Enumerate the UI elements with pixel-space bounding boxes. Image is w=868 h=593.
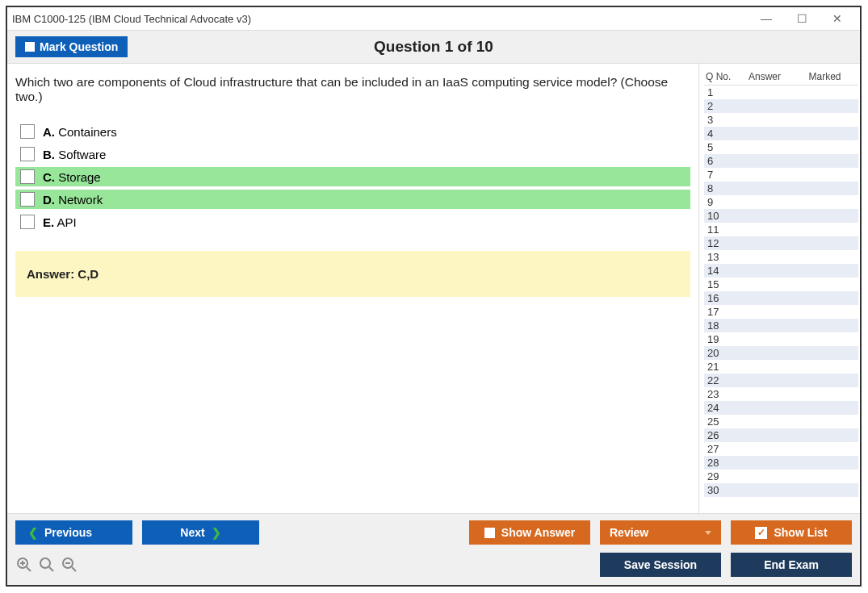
option-e[interactable]: E. API bbox=[15, 212, 690, 232]
zoom-in-icon[interactable] bbox=[15, 556, 33, 574]
question-list-row[interactable]: 8 bbox=[704, 182, 858, 195]
question-list-row[interactable]: 2 bbox=[704, 99, 858, 113]
question-list-row[interactable]: 4 bbox=[704, 127, 858, 140]
zoom-controls bbox=[15, 556, 78, 574]
option-checkbox[interactable] bbox=[20, 147, 35, 161]
question-list-row[interactable]: 14 bbox=[704, 264, 858, 278]
option-c[interactable]: C. Storage bbox=[15, 167, 690, 186]
question-list-row[interactable]: 25 bbox=[704, 415, 858, 428]
show-answer-label: Show Answer bbox=[501, 526, 575, 539]
question-list-row[interactable]: 5 bbox=[704, 140, 858, 154]
window-controls: — ☐ ✕ bbox=[748, 7, 855, 30]
mark-question-button[interactable]: Mark Question bbox=[15, 36, 128, 57]
row-qno: 25 bbox=[707, 416, 738, 428]
save-session-label: Save Session bbox=[624, 558, 697, 571]
question-list-row[interactable]: 26 bbox=[704, 428, 858, 442]
option-label: A. Containers bbox=[43, 125, 117, 139]
next-button[interactable]: Next ❯ bbox=[142, 520, 259, 545]
maximize-icon[interactable]: ☐ bbox=[784, 7, 820, 30]
question-list-row[interactable]: 24 bbox=[704, 401, 858, 415]
checkbox-checked-icon: ✓ bbox=[755, 527, 767, 539]
checkbox-icon bbox=[25, 42, 35, 52]
header-marked: Marked bbox=[793, 71, 857, 82]
row-qno: 8 bbox=[707, 182, 738, 194]
row-qno: 24 bbox=[707, 402, 738, 414]
row-qno: 23 bbox=[707, 388, 738, 400]
row-qno: 16 bbox=[707, 292, 738, 304]
row-qno: 4 bbox=[707, 127, 738, 140]
row-qno: 11 bbox=[707, 223, 738, 236]
end-exam-button[interactable]: End Exam bbox=[731, 553, 852, 577]
option-b[interactable]: B. Software bbox=[15, 144, 690, 164]
chevron-right-icon: ❯ bbox=[212, 526, 221, 539]
chevron-down-icon bbox=[705, 531, 711, 535]
question-list-row[interactable]: 15 bbox=[704, 278, 858, 291]
question-list-row[interactable]: 28 bbox=[704, 456, 858, 470]
option-checkbox[interactable] bbox=[20, 215, 35, 229]
previous-button[interactable]: ❮ Previous bbox=[15, 520, 132, 545]
question-list-row[interactable]: 10 bbox=[704, 209, 858, 223]
row-qno: 18 bbox=[707, 319, 738, 332]
row-qno: 28 bbox=[707, 457, 738, 469]
row-qno: 27 bbox=[707, 443, 738, 455]
question-list-row[interactable]: 18 bbox=[704, 319, 858, 332]
show-answer-button[interactable]: Show Answer bbox=[469, 520, 590, 545]
end-exam-label: End Exam bbox=[764, 558, 819, 571]
question-list-row[interactable]: 27 bbox=[704, 442, 858, 456]
row-qno: 1 bbox=[707, 86, 738, 98]
question-pane: Which two are components of Cloud infras… bbox=[7, 64, 698, 513]
footer-row-buttons: ❮ Previous Next ❯ Show Answer Review ✓ S… bbox=[15, 520, 852, 545]
option-checkbox[interactable] bbox=[20, 124, 35, 139]
question-list-row[interactable]: 16 bbox=[704, 291, 858, 305]
question-list-row[interactable]: 11 bbox=[704, 223, 858, 236]
mark-question-label: Mark Question bbox=[40, 40, 118, 53]
question-list-row[interactable]: 19 bbox=[704, 332, 858, 346]
question-list-row[interactable]: 1 bbox=[704, 86, 858, 99]
next-label: Next bbox=[180, 526, 204, 539]
row-qno: 22 bbox=[707, 374, 738, 386]
question-list-row[interactable]: 22 bbox=[704, 374, 858, 387]
minimize-icon[interactable]: — bbox=[748, 7, 784, 30]
question-list-row[interactable]: 29 bbox=[704, 470, 858, 483]
option-label: B. Software bbox=[43, 148, 106, 161]
window-title: IBM C1000-125 (IBM Cloud Technical Advoc… bbox=[12, 13, 748, 25]
row-qno: 9 bbox=[707, 196, 738, 208]
question-list-row[interactable]: 12 bbox=[704, 236, 858, 250]
answer-box: Answer: C,D bbox=[15, 251, 690, 297]
header-bar: Mark Question Question 1 of 10 bbox=[7, 30, 860, 64]
footer: ❮ Previous Next ❯ Show Answer Review ✓ S… bbox=[7, 513, 860, 585]
question-list-row[interactable]: 23 bbox=[704, 387, 858, 401]
question-list-row[interactable]: 3 bbox=[704, 113, 858, 127]
save-session-button[interactable]: Save Session bbox=[600, 553, 721, 577]
option-checkbox[interactable] bbox=[20, 169, 35, 184]
question-list-row[interactable]: 6 bbox=[704, 154, 858, 168]
row-qno: 21 bbox=[707, 361, 738, 373]
question-list-row[interactable]: 7 bbox=[704, 168, 858, 182]
question-list-pane: Q No. Answer Marked 12345678910111213141… bbox=[698, 64, 860, 513]
svg-line-7 bbox=[72, 567, 76, 571]
question-list-row[interactable]: 30 bbox=[704, 483, 858, 497]
options-list: A. ContainersB. SoftwareC. StorageD. Net… bbox=[15, 122, 690, 232]
row-qno: 7 bbox=[707, 169, 738, 181]
footer-row-secondary: Save Session End Exam bbox=[15, 553, 852, 577]
option-checkbox[interactable] bbox=[20, 192, 35, 207]
row-qno: 30 bbox=[707, 484, 738, 496]
question-list[interactable]: 1234567891011121314151617181920212223242… bbox=[704, 85, 858, 508]
row-qno: 12 bbox=[707, 237, 738, 249]
option-label: D. Network bbox=[43, 193, 103, 207]
question-list-row[interactable]: 9 bbox=[704, 195, 858, 209]
zoom-out-icon[interactable] bbox=[61, 556, 78, 574]
option-a[interactable]: A. Containers bbox=[15, 122, 690, 141]
row-qno: 3 bbox=[707, 114, 738, 126]
close-icon[interactable]: ✕ bbox=[820, 7, 855, 30]
question-list-row[interactable]: 21 bbox=[704, 360, 858, 374]
question-list-row[interactable]: 20 bbox=[704, 346, 858, 360]
zoom-reset-icon[interactable] bbox=[38, 556, 56, 574]
question-list-row[interactable]: 13 bbox=[704, 250, 858, 264]
svg-point-4 bbox=[40, 558, 50, 568]
review-button[interactable]: Review bbox=[600, 520, 721, 545]
show-list-button[interactable]: ✓ Show List bbox=[731, 520, 852, 545]
question-list-row[interactable]: 17 bbox=[704, 305, 858, 319]
show-list-label: Show List bbox=[774, 526, 827, 539]
option-d[interactable]: D. Network bbox=[15, 190, 690, 209]
